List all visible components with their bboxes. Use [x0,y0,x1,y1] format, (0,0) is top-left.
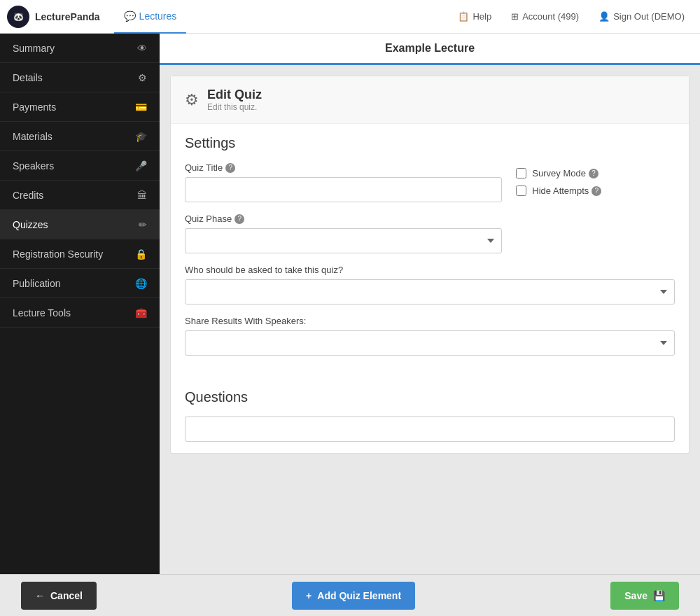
summary-label: Summary [13,43,55,54]
survey-mode-row: Survey Mode ? [516,168,675,178]
share-results-group: Share Results With Speakers: [185,316,675,356]
quiz-title-label-row: Quiz Title ? [185,162,502,173]
details-icon: ⚙ [138,72,147,83]
sidebar-item-materials[interactable]: Materials 🎓 [0,122,160,151]
sidebar-item-details[interactable]: Details ⚙ [0,63,160,92]
checkbox-options-group: Survey Mode ? Hide Attempts ? [516,162,675,202]
logo-text: LecturePanda [35,11,100,22]
hide-attempts-row: Hide Attempts ? [516,186,675,196]
main-card: ⚙ Edit Quiz Edit this quiz. Settings Qui… [170,76,690,454]
publication-icon: 🌐 [135,278,147,289]
sidebar: Summary 👁 Details ⚙ Payments 💳 Materials… [0,34,160,574]
sidebar-item-speakers[interactable]: Speakers 🎤 [0,151,160,181]
bottom-bar: ← Cancel + Add Quiz Element Save 💾 [0,574,700,616]
spacer-group [516,214,675,253]
survey-mode-label-row: Survey Mode ? [532,168,598,178]
account-icon: ⊞ [511,11,519,22]
quiz-title-label: Quiz Title [185,162,223,173]
details-label: Details [13,72,43,83]
sidebar-item-lecture-tools[interactable]: Lecture Tools 🧰 [0,298,160,328]
quiz-phase-label: Quiz Phase [185,214,232,224]
settings-row-1: Quiz Title ? Survey Mode ? [185,162,675,202]
plus-icon: + [306,590,312,601]
quiz-title-help-icon[interactable]: ? [225,163,235,173]
page-header: Example Lecture [160,34,700,65]
back-arrow-icon: ← [35,590,45,601]
settings-section: Settings Quiz Title ? [171,124,689,378]
save-button[interactable]: Save 💾 [610,582,679,610]
edit-quiz-header: ⚙ Edit Quiz Edit this quiz. [171,76,689,124]
payments-icon: 💳 [135,102,147,113]
payments-label: Payments [13,102,56,113]
share-results-label-row: Share Results With Speakers: [185,316,675,326]
settings-row-2: Quiz Phase ? [185,214,675,253]
help-icon: 📋 [458,11,469,22]
settings-title: Settings [185,135,675,151]
survey-mode-label: Survey Mode [532,168,586,178]
quiz-phase-label-row: Quiz Phase ? [185,214,502,224]
save-icon: 💾 [653,590,665,601]
quiz-phase-select[interactable] [185,228,502,253]
questions-input[interactable] [185,416,675,442]
share-results-label: Share Results With Speakers: [185,316,306,326]
help-label: Help [472,11,491,22]
app-logo[interactable]: 🐼 LecturePanda [7,6,100,28]
user-icon: 👤 [598,11,610,22]
credits-icon: 🏛 [137,190,147,201]
speakers-label: Speakers [13,160,54,172]
add-quiz-element-label: Add Quiz Element [317,590,401,601]
sidebar-item-quizzes[interactable]: Quizzes ✏ [0,210,160,239]
lecture-tools-label: Lecture Tools [13,307,71,318]
quiz-phase-group: Quiz Phase ? [185,214,502,253]
quiz-title-group: Quiz Title ? [185,162,502,202]
top-nav-right: 📋 Help ⊞ Account (499) 👤 Sign Out (DEMO) [449,0,693,34]
signout-label: Sign Out (DEMO) [613,11,685,22]
lectures-nav-item[interactable]: 💬 Lectures [114,0,187,34]
add-quiz-element-button[interactable]: + Add Quiz Element [292,582,415,610]
quizzes-label: Quizzes [13,219,48,230]
sidebar-item-registration-security[interactable]: Registration Security 🔒 [0,239,160,269]
edit-quiz-title: Edit Quiz [207,88,262,102]
content-area: Example Lecture ⚙ Edit Quiz Edit this qu… [160,34,700,574]
account-nav-item[interactable]: ⊞ Account (499) [503,0,587,34]
lectures-nav-label: Lectures [139,10,177,22]
sidebar-item-summary[interactable]: Summary 👁 [0,34,160,63]
who-asked-label-row: Who should be asked to take this quiz? [185,265,675,275]
survey-mode-checkbox[interactable] [516,168,526,178]
quizzes-icon: ✏ [139,219,147,230]
hide-attempts-label: Hide Attempts [532,186,589,196]
materials-icon: 🎓 [135,131,147,142]
materials-label: Materials [13,131,52,142]
checkbox-group: Survey Mode ? Hide Attempts ? [516,162,675,196]
registration-security-label: Registration Security [13,248,103,260]
page-title: Example Lecture [385,42,475,54]
sidebar-item-credits[interactable]: Credits 🏛 [0,181,160,210]
top-navigation: 🐼 LecturePanda 💬 Lectures 📋 Help ⊞ Accou… [0,0,700,34]
save-label: Save [624,590,648,601]
questions-title: Questions [185,389,675,405]
questions-section: Questions [171,378,689,453]
cancel-label: Cancel [50,590,83,601]
cancel-button[interactable]: ← Cancel [21,582,97,610]
sidebar-item-payments[interactable]: Payments 💳 [0,92,160,122]
who-asked-label: Who should be asked to take this quiz? [185,265,343,275]
lecture-tools-icon: 🧰 [135,307,147,318]
quiz-title-input[interactable] [185,177,502,202]
signout-nav-item[interactable]: 👤 Sign Out (DEMO) [590,0,693,34]
who-asked-group: Who should be asked to take this quiz? [185,265,675,304]
summary-icon: 👁 [137,43,147,54]
survey-mode-help-icon[interactable]: ? [589,169,598,178]
speakers-icon: 🎤 [135,160,147,172]
help-nav-item[interactable]: 📋 Help [449,0,500,34]
edit-quiz-subtitle: Edit this quiz. [207,102,262,112]
registration-security-icon: 🔒 [135,248,147,260]
credits-label: Credits [13,190,43,201]
account-label: Account (499) [522,11,579,22]
quiz-phase-help-icon[interactable]: ? [234,214,244,224]
publication-label: Publication [13,278,61,289]
hide-attempts-checkbox[interactable] [516,186,526,196]
hide-attempts-help-icon[interactable]: ? [592,186,601,196]
sidebar-item-publication[interactable]: Publication 🌐 [0,269,160,298]
who-asked-select[interactable] [185,279,675,304]
share-results-select[interactable] [185,330,675,356]
